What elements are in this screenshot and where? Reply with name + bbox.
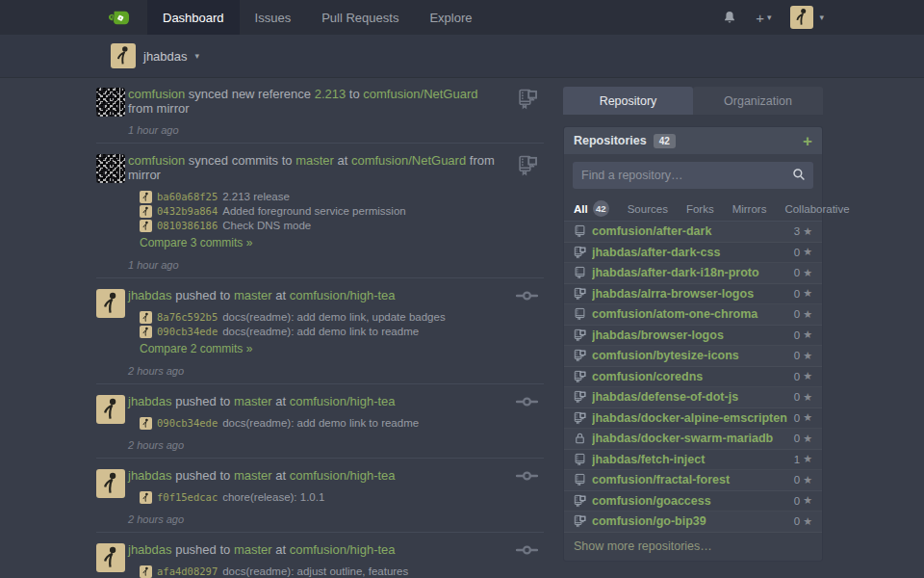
repo-search-input[interactable] (573, 162, 813, 189)
repo-row[interactable]: jhabdas/docker-alpine-emscripten0★ (564, 408, 822, 430)
feed-link[interactable]: comfusion/high-tea (290, 542, 396, 557)
repo-row[interactable]: comfusion/fractal-forest0★ (564, 470, 822, 491)
commit-sha-link[interactable]: f0f15edcac (157, 490, 218, 505)
commit-row: 0810386186Check DNS mode (140, 219, 505, 233)
commit-sha-link[interactable]: ba60a68f25 (157, 190, 218, 204)
repo-name-link[interactable]: jhabdas/defense-of-dot-js (592, 390, 794, 404)
feed-link[interactable]: comfusion (128, 153, 185, 168)
repo-row[interactable]: comfusion/after-dark3★ (564, 222, 822, 243)
caret-down-icon: ▾ (767, 13, 772, 22)
feed-link[interactable]: comfusion/high-tea (290, 394, 396, 408)
repo-name-link[interactable]: jhabdas/docker-swarm-mariadb (592, 432, 794, 445)
create-new-button[interactable]: + ▾ (756, 10, 771, 26)
feed-item: jhabdas pushed to master at comfusion/hi… (96, 459, 544, 533)
repo-row[interactable]: comfusion/coredns0★ (564, 367, 822, 388)
notifications-button[interactable] (723, 11, 736, 24)
repo-row[interactable]: comfusion/goaccess0★ (564, 491, 822, 512)
compare-commits-link[interactable]: Compare 3 commits » (140, 236, 252, 250)
repo-row[interactable]: comfusion/go-bip390★ (564, 512, 822, 533)
nav-item-dashboard[interactable]: Dashboard (147, 0, 240, 35)
compare-commits-link[interactable]: Compare 2 commits » (140, 342, 252, 356)
nav-item-issues[interactable]: Issues (240, 0, 307, 35)
commit-row: 8a76c592b5docs(readme): add demo link, u… (140, 310, 505, 325)
filter-label: Sources (628, 203, 668, 215)
user-menu[interactable]: ▾ (790, 6, 824, 29)
mirror-icon (574, 390, 586, 404)
filter-forks[interactable]: Forks (686, 203, 714, 215)
nav-item-explore[interactable]: Explore (414, 0, 487, 35)
commit-message: docs(readme): add demo link, update badg… (222, 310, 445, 325)
feed-link[interactable]: comfusion/high-tea (290, 288, 396, 302)
filter-sources[interactable]: Sources (628, 203, 668, 215)
repo-name-link[interactable]: comfusion/after-dark (592, 224, 794, 238)
feed-link[interactable]: comfusion (128, 87, 185, 101)
feed-link[interactable]: 2.213 (315, 87, 346, 101)
feed-link[interactable]: jhabdas (128, 542, 172, 557)
repo-row[interactable]: jhabdas/docker-swarm-mariadb0★ (564, 429, 822, 450)
filter-mirrors[interactable]: Mirrors (732, 203, 767, 215)
repo-row[interactable]: jhabdas/browser-logos0★ (564, 326, 822, 347)
plus-icon: + (756, 10, 764, 26)
feed-link[interactable]: comfusion/high-tea (290, 468, 396, 483)
context-user-selector[interactable]: jhabdas ▾ (111, 43, 199, 68)
repo-name-link[interactable]: comfusion/atom-one-chroma (592, 307, 794, 321)
repo-name-link[interactable]: jhabdas/docker-alpine-emscripten (592, 411, 794, 425)
feed-text: synced new reference (185, 87, 314, 101)
repo-row[interactable]: comfusion/atom-one-chroma0★ (564, 304, 822, 326)
nav-item-pull-requests[interactable]: Pull Requests (306, 0, 414, 35)
feed-link[interactable]: comfusion/NetGuard (363, 87, 477, 101)
commit-icon (516, 395, 538, 412)
repo-name-link[interactable]: jhabdas/alrra-browser-logos (592, 287, 794, 301)
gitea-logo-icon (108, 7, 130, 29)
repo-name-link[interactable]: comfusion/fractal-forest (592, 473, 794, 486)
repo-row[interactable]: jhabdas/after-dark-css0★ (564, 243, 822, 264)
repo-name-link[interactable]: jhabdas/fetch-inject (592, 453, 794, 466)
commit-sha-link[interactable]: afa4d08297 (157, 565, 218, 578)
mirror-icon (574, 246, 586, 259)
repo-row[interactable]: jhabdas/alrra-browser-logos0★ (564, 284, 822, 305)
repo-name-link[interactable]: comfusion/go-bip39 (592, 514, 794, 528)
commit-sha-link[interactable]: 8a76c592b5 (157, 310, 218, 325)
feed-link[interactable]: jhabdas (128, 468, 172, 483)
feed-link[interactable]: master (295, 153, 334, 168)
tab-repository[interactable]: Repository (563, 87, 693, 115)
feed-link[interactable]: jhabdas (128, 394, 172, 408)
search-icon[interactable] (792, 168, 806, 185)
repo-name-link[interactable]: jhabdas/browser-logos (592, 328, 794, 342)
repo-name-link[interactable]: jhabdas/after-dark-css (592, 246, 794, 259)
repositories-title: Repositories (574, 134, 647, 147)
repo-row[interactable]: jhabdas/after-dark-i18n-proto0★ (564, 263, 822, 284)
feed-link[interactable]: comfusion/NetGuard (351, 153, 466, 168)
feed-link[interactable]: jhabdas (128, 288, 172, 302)
repo-name-link[interactable]: comfusion/goaccess (592, 494, 794, 508)
feed-link[interactable]: master (234, 288, 272, 302)
committer-avatar (140, 311, 152, 324)
repo-name-link[interactable]: jhabdas/after-dark-i18n-proto (592, 266, 794, 279)
star-count: 0 (794, 495, 800, 507)
repo-list: comfusion/after-dark3★ jhabdas/after-dar… (564, 222, 822, 533)
repo-name-link[interactable]: comfusion/coredns (592, 370, 794, 383)
commit-sha-link[interactable]: 0432b9a864 (157, 204, 218, 219)
repo-row[interactable]: comfusion/bytesize-icons0★ (564, 346, 822, 367)
add-repository-button[interactable]: + (803, 133, 812, 149)
repo-search-area (564, 154, 822, 197)
sidebar-tabs: RepositoryOrganization (563, 87, 823, 115)
feed-item: comfusion synced commits to master at co… (96, 144, 544, 278)
commit-sha-link[interactable]: 0810386186 (157, 219, 218, 233)
feed-text: pushed to (172, 468, 234, 483)
feed-link[interactable]: master (234, 394, 272, 408)
tab-organization[interactable]: Organization (693, 87, 823, 115)
feed-link[interactable]: master (234, 468, 272, 483)
feed-link[interactable]: master (234, 542, 272, 557)
commit-message: 2.213 release (222, 190, 290, 204)
commit-sha-link[interactable]: 090cb34ede (157, 325, 218, 339)
repo-row[interactable]: jhabdas/fetch-inject1★ (564, 450, 822, 471)
repo-row[interactable]: jhabdas/defense-of-dot-js0★ (564, 387, 822, 408)
commit-sha-link[interactable]: 090cb34ede (157, 416, 218, 431)
filter-collaborative[interactable]: Collaborative (784, 203, 849, 215)
filter-all[interactable]: All42 (574, 200, 609, 217)
repo-name-link[interactable]: comfusion/bytesize-icons (592, 349, 794, 362)
show-more-repositories-link[interactable]: Show more repositories… (564, 533, 822, 561)
gitea-logo[interactable] (108, 0, 130, 35)
star-icon: ★ (803, 494, 812, 507)
